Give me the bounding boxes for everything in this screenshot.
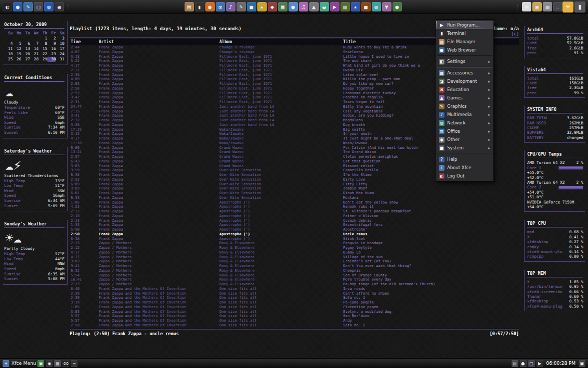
launcher-firefox-icon[interactable]: ● <box>205 2 215 11</box>
menu-item-games[interactable]: ▲Games▸ <box>436 94 493 102</box>
playlist-row[interactable]: 2:12Zappa / MothersRoxy & ElsewherePygmy… <box>70 246 519 250</box>
menu-item-other[interactable]: ◆Other▸ <box>436 135 493 144</box>
player-tray-icon[interactable]: ▶ <box>537 360 543 367</box>
playlist-row[interactable]: 2:23Zappa / MothersRoxy & ElsewhereBe-bo… <box>70 282 519 287</box>
menu-item-graphics[interactable]: ✎Graphics▸ <box>436 102 493 110</box>
playlist-row[interactable]: 8:46Frank Zappa and the Mothers Of Inven… <box>70 287 519 291</box>
launcher-chat-icon[interactable]: ◒ <box>320 2 329 11</box>
playlist-row[interactable]: 2:13Frank ZappaApostrophe (')Cosmik debr… <box>70 219 519 223</box>
xfce-menu-button[interactable]: ✦ Xfce Menu <box>3 360 36 367</box>
panel-handle-icon[interactable]: ⋮ <box>66 4 71 10</box>
battery-icon[interactable]: ▮ <box>574 2 585 12</box>
playlist-row[interactable]: 9:41Zappa / MothersRoxy & ElsewhereDon't… <box>70 264 519 269</box>
playlist-row[interactable]: 1:05Frank Zappa and the Mothers Of Inven… <box>70 305 519 310</box>
iconbox-icon[interactable]: ≡ <box>71 360 77 367</box>
playlist-row[interactable]: 16:41Zappa / MothersRoxy & ElsewhereMore… <box>70 277 519 282</box>
display-settings-icon[interactable]: ▢ <box>528 360 535 367</box>
menu-item-run-program[interactable]: ▶Run Program... <box>436 21 493 29</box>
playlist-row[interactable]: 2:39Frank Zappa and the Mothers Of Inven… <box>70 296 519 300</box>
launcher-downloads-icon[interactable]: ▼ <box>382 2 391 11</box>
playlist-row[interactable]: 6:32Zappa / MothersRoxy & ElsewhereCheep… <box>70 269 519 273</box>
launcher-links-icon[interactable]: ★ <box>351 2 360 11</box>
clipboard-icon[interactable]: ▤ <box>522 2 531 11</box>
track-time: 8:46 <box>71 287 99 291</box>
menu-item-development[interactable]: ◪Development▸ <box>436 77 493 85</box>
playlist-row[interactable]: 1:05Frank ZappaApostrophe (')Don't eat t… <box>70 200 519 205</box>
removable-media-icon[interactable]: ▥ <box>543 2 552 11</box>
launcher-wine-icon[interactable]: ■ <box>361 2 371 11</box>
menu-item-file-manager[interactable]: ▤File Manager <box>436 37 493 46</box>
menu-item-network[interactable]: ◍Network▸ <box>436 119 493 127</box>
menu-item-multimedia[interactable]: ♪Multimedia▸ <box>436 110 493 119</box>
launcher-pdf-icon[interactable]: ◆ <box>268 2 277 11</box>
playlist-row[interactable]: 3:03Frank Zappa and the Mothers Of Inven… <box>70 310 519 314</box>
clock[interactable]: 06:00:28 PM <box>546 361 576 366</box>
weather-label: Feels Like <box>4 110 28 116</box>
menu-item-log-out[interactable]: ◐Log Out <box>436 172 493 180</box>
launcher-chromium-icon[interactable]: ● <box>289 2 298 11</box>
playlist-row[interactable]: 4:17Zappa / MothersRoxy & ElsewhereVilla… <box>70 255 519 260</box>
workspace-icon[interactable]: ● <box>13 2 22 11</box>
menu-item-settings[interactable]: ◧Settings▸ <box>436 57 493 66</box>
launcher-burner-icon[interactable]: ▲ <box>309 2 319 11</box>
launcher-network-icon[interactable]: ◍ <box>372 2 381 11</box>
monitor-icon[interactable]: ▣ <box>579 360 585 367</box>
screenshot-icon[interactable]: ◉ <box>55 2 64 11</box>
playlist-row[interactable]: 3:39Frank Zappa and the Mothers Of Inven… <box>70 300 519 305</box>
launcher-system-icon[interactable]: ● <box>393 2 402 11</box>
launcher-mail-icon[interactable]: ✉ <box>216 2 225 11</box>
menu-item-about-xfce[interactable]: iAbout Xfce <box>436 163 493 172</box>
playlist-row[interactable]: 5:50Frank ZappaApostrophe (')Apostrophe' <box>70 227 519 232</box>
menu-item-web-browser[interactable]: ●Web Browser <box>436 46 493 54</box>
paw-icon[interactable]: ◉ <box>46 360 53 367</box>
editor-icon[interactable]: ✎ <box>23 2 33 11</box>
window-manager-icon[interactable]: ▢ <box>34 2 43 11</box>
brightness-icon[interactable]: ☀ <box>563 2 573 12</box>
folder-icon[interactable]: ▣ <box>532 2 542 11</box>
menu-item-education[interactable]: ✖Education▸ <box>436 85 493 94</box>
playlist-row[interactable]: 4:17Zappa / MothersRoxy & ElsewhereDummy… <box>70 250 519 255</box>
menu-item-system[interactable]: ■System▸ <box>436 144 493 152</box>
playlist-row[interactable]: 2:18Frank ZappaApostrophe (')Father o'bl… <box>70 214 519 219</box>
playlist-row[interactable]: 2:58Frank Zappa and the Mothers Of Inven… <box>70 323 519 328</box>
playlist-row[interactable]: 6:33Frank ZappaOver-Nite SensationMontan… <box>70 196 519 200</box>
playlist-row[interactable]: 1:33Frank ZappaApostrophe (')Excentrifug… <box>70 223 519 227</box>
menu-item-accessories[interactable]: ▦Accessories▸ <box>436 69 493 77</box>
playlist-row[interactable]: 6:01Frank ZappaOver-Nite SensationDinah … <box>70 191 519 196</box>
playlist-row[interactable]: 3:03Zappa / MothersRoxy & ElsewhereEchid… <box>70 259 519 264</box>
launcher-terminal-icon[interactable]: ▮ <box>195 2 204 11</box>
playlist-row[interactable]: 4:23Frank ZappaApostrophe (')Nanook rubs… <box>70 205 519 209</box>
web-icon[interactable]: ◍ <box>44 2 54 11</box>
playlist-row[interactable]: 5:54Zappa / MothersRoxy & ElsewhereSon o… <box>70 273 519 278</box>
show-desktop-icon[interactable]: ▣ <box>37 360 44 367</box>
launcher-player-icon[interactable]: ▶ <box>330 2 339 11</box>
launcher-gimp-icon[interactable]: ✎ <box>237 2 246 11</box>
playlist-row[interactable]: 2:50Frank ZappaApostrophe (')Uncle remus <box>70 232 519 237</box>
menu-item-terminal[interactable]: ▮Terminal <box>436 29 493 37</box>
notes-icon[interactable]: ≡ <box>553 2 563 11</box>
playlist-row[interactable]: 5:57Frank Zappa and the Mothers Of Inven… <box>70 314 519 319</box>
mixer-icon[interactable]: ● <box>520 360 527 367</box>
playlist-row[interactable]: 3:03Frank ZappaOver-Nite SensationZombie… <box>70 186 519 191</box>
playlist-row[interactable]: 2:12Frank ZappaApostrophe (')St. alfonzo… <box>70 209 519 214</box>
launcher-music-icon[interactable]: ♪ <box>226 2 236 11</box>
launcher-thunar-icon[interactable]: ▤ <box>185 2 194 11</box>
launcher-archive-icon[interactable]: ▦ <box>278 2 288 11</box>
playlist-row[interactable]: 6:09Frank ZappaOver-Nite SensationFifty … <box>70 182 519 187</box>
eyes-icon[interactable]: oo <box>62 360 69 367</box>
panel-handle-icon[interactable]: ⋮ <box>515 4 520 10</box>
launcher-office-icon[interactable]: ■ <box>247 2 256 11</box>
pager-icon[interactable]: ▦ <box>54 360 61 367</box>
track-album: Just another band from LA <box>219 113 343 118</box>
playlist-row[interactable]: 5:57Frank Zappa and the Mothers Of Inven… <box>70 319 519 323</box>
launcher-bookmarks-icon[interactable]: ★ <box>257 2 267 11</box>
launcher-text-editor-icon[interactable]: ▥ <box>341 2 350 11</box>
session-icon[interactable]: ◐ <box>3 2 12 11</box>
launcher-media-icon[interactable]: ♫ <box>299 2 308 11</box>
playlist-row[interactable]: 6:38Frank ZappaApostrophe (')Stink-foot <box>70 237 519 242</box>
menu-item-office[interactable]: ▥Office▸ <box>436 127 493 135</box>
keyboard-layout-icon[interactable]: ▤ <box>512 360 518 367</box>
playlist-row[interactable]: 2:13Zappa / MothersRoxy & ElsewherePengu… <box>70 241 519 246</box>
menu-item-help[interactable]: ?Help <box>436 155 493 163</box>
playlist-row[interactable]: 2:39Frank Zappa and the Mothers Of Inven… <box>70 291 519 296</box>
